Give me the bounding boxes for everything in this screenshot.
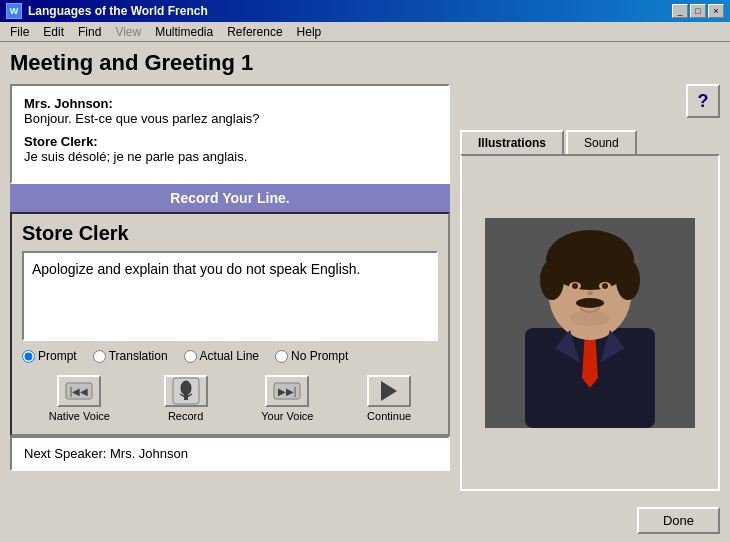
native-voice-label: Native Voice — [49, 410, 110, 422]
dialogue-line-2: Store Clerk: Je suis désolé; je ne parle… — [24, 134, 436, 164]
dialogue-box: Mrs. Johnson: Bonjour. Est-ce que vous p… — [10, 84, 450, 184]
svg-text:▶▶|: ▶▶| — [278, 386, 297, 397]
svg-point-20 — [576, 298, 604, 308]
svg-point-21 — [570, 310, 610, 326]
radio-actual[interactable]: Actual Line — [184, 349, 259, 363]
svg-text:|◀◀: |◀◀ — [70, 386, 89, 397]
record-content: Store Clerk Apologize and explain that y… — [10, 212, 450, 436]
page-title: Meeting and Greeting 1 — [10, 50, 720, 76]
radio-noprompt-input[interactable] — [275, 350, 288, 363]
your-voice-button[interactable]: ▶▶| Your Voice — [261, 375, 313, 422]
close-button[interactable]: × — [708, 4, 724, 18]
native-voice-icon: |◀◀ — [57, 375, 101, 407]
svg-point-14 — [540, 260, 564, 300]
illustration-image — [485, 218, 695, 428]
continue-button[interactable]: Continue — [367, 375, 411, 422]
right-panel: ? Illustrations Sound — [460, 84, 720, 534]
minimize-button[interactable]: _ — [672, 4, 688, 18]
svg-point-18 — [572, 283, 578, 289]
record-label: Record — [168, 410, 203, 422]
svg-point-19 — [602, 283, 608, 289]
menu-help[interactable]: Help — [291, 24, 328, 40]
maximize-button[interactable]: □ — [690, 4, 706, 18]
help-button[interactable]: ? — [686, 84, 720, 118]
radio-translation[interactable]: Translation — [93, 349, 168, 363]
window-controls[interactable]: _ □ × — [672, 4, 724, 18]
radio-prompt-label: Prompt — [38, 349, 77, 363]
record-icon — [164, 375, 208, 407]
svg-point-15 — [616, 260, 640, 300]
menu-reference[interactable]: Reference — [221, 24, 288, 40]
native-voice-button[interactable]: |◀◀ Native Voice — [49, 375, 110, 422]
radio-noprompt[interactable]: No Prompt — [275, 349, 348, 363]
svg-point-24 — [587, 291, 593, 295]
speaker-2-label: Store Clerk: — [24, 134, 436, 149]
continue-label: Continue — [367, 410, 411, 422]
record-title: Record Your Line. — [20, 190, 440, 206]
current-speaker: Store Clerk — [22, 222, 438, 245]
tab-illustrations[interactable]: Illustrations — [460, 130, 564, 154]
prompt-box: Apologize and explain that you do not sp… — [22, 251, 438, 341]
tab-sound[interactable]: Sound — [566, 130, 637, 154]
main-content: Meeting and Greeting 1 Mrs. Johnson: Bon… — [0, 42, 730, 542]
radio-prompt-input[interactable] — [22, 350, 35, 363]
menu-view[interactable]: View — [109, 24, 147, 40]
controls-row: |◀◀ Native Voice — [22, 371, 438, 426]
dialogue-line-1: Mrs. Johnson: Bonjour. Est-ce que vous p… — [24, 96, 436, 126]
radio-noprompt-label: No Prompt — [291, 349, 348, 363]
menu-bar: File Edit Find View Multimedia Reference… — [0, 22, 730, 42]
menu-find[interactable]: Find — [72, 24, 107, 40]
window-title: Languages of the World French — [28, 4, 208, 18]
continue-icon — [367, 375, 411, 407]
svg-point-3 — [181, 381, 191, 395]
menu-file[interactable]: File — [4, 24, 35, 40]
radio-actual-input[interactable] — [184, 350, 197, 363]
tabs-container: Illustrations Sound — [460, 130, 720, 491]
dialogue-1-text: Bonjour. Est-ce que vous parlez anglais? — [24, 111, 436, 126]
menu-edit[interactable]: Edit — [37, 24, 70, 40]
left-panel: Mrs. Johnson: Bonjour. Est-ce que vous p… — [10, 84, 450, 534]
radio-translation-label: Translation — [109, 349, 168, 363]
radio-row: Prompt Translation Actual Line No Prompt — [22, 349, 438, 363]
next-speaker-box: Next Speaker: Mrs. Johnson — [10, 436, 450, 471]
title-bar: W Languages of the World French _ □ × — [0, 0, 730, 22]
done-button[interactable]: Done — [637, 507, 720, 534]
next-speaker-text: Next Speaker: Mrs. Johnson — [24, 446, 188, 461]
speaker-1-label: Mrs. Johnson: — [24, 96, 436, 111]
record-button[interactable]: Record — [164, 375, 208, 422]
radio-prompt[interactable]: Prompt — [22, 349, 77, 363]
radio-actual-label: Actual Line — [200, 349, 259, 363]
record-section: Record Your Line. — [10, 184, 450, 212]
app-icon: W — [6, 3, 22, 19]
tabs-header: Illustrations Sound — [460, 130, 720, 154]
dialogue-2-text: Je suis désolé; je ne parle pas anglais. — [24, 149, 436, 164]
radio-translation-input[interactable] — [93, 350, 106, 363]
your-voice-icon: ▶▶| — [265, 375, 309, 407]
menu-multimedia[interactable]: Multimedia — [149, 24, 219, 40]
tab-content-illustrations — [460, 154, 720, 491]
your-voice-label: Your Voice — [261, 410, 313, 422]
